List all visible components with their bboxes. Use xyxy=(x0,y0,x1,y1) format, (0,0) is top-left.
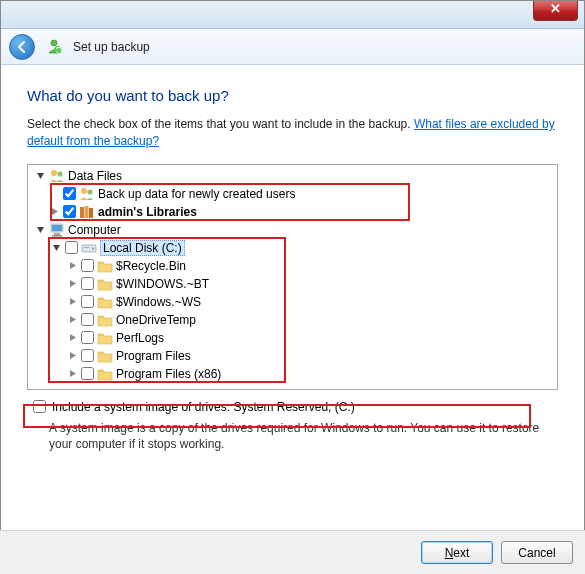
wizard-title: Set up backup xyxy=(73,40,150,54)
drive-icon xyxy=(81,240,97,256)
page-instruction: Select the check box of the items that y… xyxy=(27,116,558,150)
svg-point-14 xyxy=(92,247,94,249)
back-button[interactable] xyxy=(9,34,35,60)
svg-rect-10 xyxy=(52,225,62,231)
folder-icon xyxy=(97,312,113,328)
backup-icon xyxy=(45,38,63,56)
page-heading: What do you want to back up? xyxy=(27,87,558,104)
users-icon xyxy=(79,186,95,202)
system-image-checkbox[interactable] xyxy=(33,400,46,413)
checkbox[interactable] xyxy=(63,187,76,200)
system-image-description: A system image is a copy of the drives r… xyxy=(49,420,558,454)
arrow-left-icon xyxy=(15,40,29,54)
tree-label: admin's Libraries xyxy=(98,205,197,219)
svg-rect-11 xyxy=(54,233,60,235)
tree-label: Back up data for newly created users xyxy=(98,187,295,201)
svg-rect-15 xyxy=(84,247,89,248)
instruction-text: Select the check box of the items that y… xyxy=(27,117,414,131)
expander-icon[interactable] xyxy=(49,206,60,217)
tree-node-folder[interactable]: PerfLogs xyxy=(30,329,555,347)
svg-point-5 xyxy=(87,189,92,194)
expander-icon[interactable] xyxy=(35,224,46,235)
checkbox[interactable] xyxy=(81,313,94,326)
expander-icon[interactable] xyxy=(67,314,78,325)
svg-rect-12 xyxy=(52,235,62,237)
expander-icon[interactable] xyxy=(67,350,78,361)
tree-node-admin-libraries[interactable]: admin's Libraries xyxy=(30,203,555,221)
checkbox[interactable] xyxy=(81,295,94,308)
checkbox[interactable] xyxy=(81,367,94,380)
tree-label: Program Files xyxy=(116,349,191,363)
expander-icon[interactable] xyxy=(67,332,78,343)
expander-icon[interactable] xyxy=(51,242,62,253)
tree-node-folder[interactable]: $Windows.~WS xyxy=(30,293,555,311)
window-titlebar: ✕ xyxy=(1,1,584,29)
tree-node-folder[interactable]: $WINDOWS.~BT xyxy=(30,275,555,293)
tree-node-local-disk[interactable]: Local Disk (C:) xyxy=(30,239,555,257)
tree-node-data-files[interactable]: Data Files xyxy=(30,167,555,185)
svg-rect-8 xyxy=(89,208,93,218)
tree-node-folder[interactable]: Program Files xyxy=(30,347,555,365)
system-image-row: Include a system image of drives: System… xyxy=(33,400,558,414)
users-icon xyxy=(49,168,65,184)
computer-icon xyxy=(49,222,65,238)
tree-label: Data Files xyxy=(68,169,122,183)
checkbox[interactable] xyxy=(81,349,94,362)
tree-label: OneDriveTemp xyxy=(116,313,196,327)
tree-label: PerfLogs xyxy=(116,331,164,345)
wizard-footer: Next Cancel xyxy=(0,530,585,574)
checkbox[interactable] xyxy=(63,205,76,218)
checkbox[interactable] xyxy=(81,331,94,344)
cancel-button[interactable]: Cancel xyxy=(501,541,573,564)
library-icon xyxy=(79,204,95,220)
tree-label: Program Files (x86) xyxy=(116,367,221,381)
expander-icon[interactable] xyxy=(67,260,78,271)
folder-icon xyxy=(97,330,113,346)
system-image-label: Include a system image of drives: System… xyxy=(52,400,355,414)
next-button[interactable]: Next xyxy=(421,541,493,564)
expander-icon[interactable] xyxy=(67,278,78,289)
svg-point-3 xyxy=(57,171,62,176)
folder-icon xyxy=(97,294,113,310)
folder-icon xyxy=(97,258,113,274)
expander-icon[interactable] xyxy=(67,296,78,307)
folder-icon xyxy=(97,366,113,382)
expander-icon[interactable] xyxy=(35,170,46,181)
wizard-header: Set up backup xyxy=(1,29,584,65)
checkbox[interactable] xyxy=(81,277,94,290)
tree-label: Local Disk (C:) xyxy=(100,240,185,256)
svg-rect-6 xyxy=(80,207,84,218)
svg-point-0 xyxy=(51,40,57,46)
checkbox[interactable] xyxy=(65,241,78,254)
wizard-content: What do you want to back up? Select the … xyxy=(1,65,584,461)
tree-node-folder[interactable]: $Recycle.Bin xyxy=(30,257,555,275)
tree-node-folder[interactable]: OneDriveTemp xyxy=(30,311,555,329)
checkbox[interactable] xyxy=(81,259,94,272)
tree-label: Computer xyxy=(68,223,121,237)
expander-icon[interactable] xyxy=(67,368,78,379)
tree-node-folder[interactable]: Program Files (x86) xyxy=(30,365,555,383)
svg-rect-7 xyxy=(85,206,89,218)
tree-label: $WINDOWS.~BT xyxy=(116,277,209,291)
close-button[interactable]: ✕ xyxy=(533,1,578,21)
tree-label: $Windows.~WS xyxy=(116,295,201,309)
tree-label: $Recycle.Bin xyxy=(116,259,186,273)
tree-node-computer[interactable]: Computer xyxy=(30,221,555,239)
tree-node-backup-new-users[interactable]: Back up data for newly created users xyxy=(30,185,555,203)
svg-point-4 xyxy=(81,188,87,194)
backup-tree[interactable]: Data Files Back up data for newly create… xyxy=(27,164,558,390)
folder-icon xyxy=(97,276,113,292)
folder-icon xyxy=(97,348,113,364)
svg-point-2 xyxy=(51,170,57,176)
